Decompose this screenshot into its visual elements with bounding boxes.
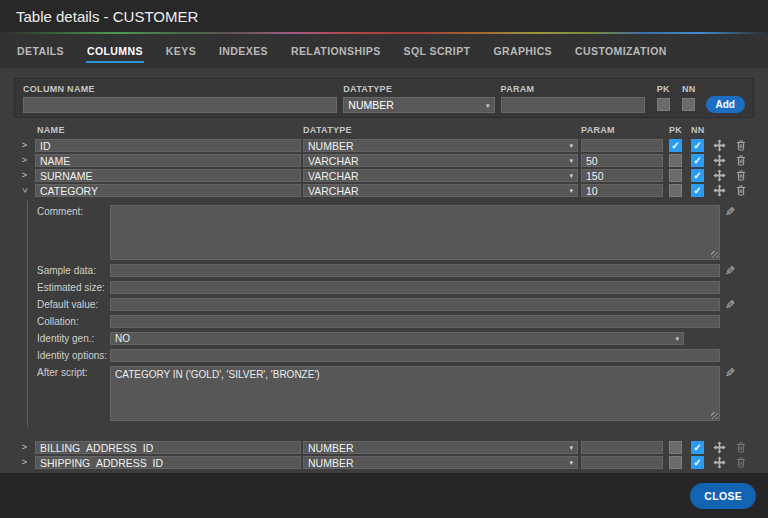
param-input[interactable] — [501, 97, 645, 113]
table-details-dialog: Table details - CUSTOMER DETAILS COLUMNS… — [0, 0, 768, 518]
column-datatype-select[interactable]: VARCHAR ▾ — [303, 169, 578, 182]
nn-checkbox[interactable] — [691, 184, 704, 197]
trash-icon[interactable] — [735, 441, 747, 454]
columns-tab-content: COLUMN NAME DATATYPE NUMBER ▾ PARAM PK N… — [0, 68, 768, 473]
column-name-field[interactable] — [35, 169, 301, 182]
pk-checkbox[interactable] — [669, 441, 682, 454]
chevron-down-icon: ▾ — [486, 102, 490, 109]
column-param-field[interactable] — [581, 169, 663, 182]
nn-checkbox[interactable] — [691, 456, 704, 469]
pk-label: PK — [657, 84, 670, 94]
datatype-label: DATATYPE — [343, 84, 494, 94]
estimated-size-input[interactable] — [110, 281, 720, 294]
chevron-right-icon[interactable]: > — [14, 458, 35, 467]
move-icon[interactable] — [713, 154, 726, 167]
column-name-field[interactable] — [35, 154, 301, 167]
column-datatype-select[interactable]: NUMBER ▾ — [303, 441, 578, 454]
move-icon[interactable] — [713, 184, 726, 197]
close-button[interactable]: CLOSE — [690, 483, 756, 509]
pk-checkbox[interactable] — [669, 169, 682, 182]
pk-checkbox[interactable] — [669, 184, 682, 197]
trash-icon[interactable] — [735, 184, 747, 197]
resize-grip-icon[interactable] — [711, 251, 718, 258]
column-param-field[interactable] — [581, 154, 663, 167]
move-icon[interactable] — [713, 441, 726, 454]
column-param-field[interactable] — [581, 139, 663, 152]
category-column-detail: Comment: ✎ Sample data: ✎ Estimated size… — [27, 201, 754, 427]
edit-pencil-icon[interactable]: ✎ — [725, 265, 735, 277]
identity-gen-select[interactable]: NO ▾ — [110, 332, 684, 345]
column-datatype-select[interactable]: NUMBER ▾ — [303, 456, 578, 469]
column-datatype-value: VARCHAR — [308, 185, 359, 197]
edit-pencil-icon[interactable]: ✎ — [725, 299, 735, 311]
collation-input[interactable] — [110, 315, 720, 328]
chevron-right-icon[interactable]: > — [14, 443, 35, 452]
nn-checkbox[interactable] — [691, 441, 704, 454]
datatype-select[interactable]: NUMBER ▾ — [343, 97, 494, 113]
chevron-right-icon[interactable]: > — [14, 156, 35, 165]
column-name-field[interactable] — [35, 441, 301, 454]
header-param: PARAM — [581, 125, 669, 135]
trash-icon[interactable] — [735, 169, 747, 182]
move-icon[interactable] — [713, 139, 726, 152]
identity-gen-label: Identity gen.: — [37, 332, 110, 344]
nn-checkbox[interactable] — [682, 98, 695, 111]
column-datatype-value: NUMBER — [308, 442, 354, 454]
pk-checkbox[interactable] — [669, 154, 682, 167]
edit-pencil-icon[interactable]: ✎ — [725, 206, 735, 218]
tab-customization[interactable]: CUSTOMIZATION — [574, 41, 668, 63]
column-param-field[interactable] — [581, 456, 663, 469]
trash-icon[interactable] — [735, 456, 747, 469]
tab-bar: DETAILS COLUMNS KEYS INDEXES RELATIONSHI… — [0, 34, 768, 68]
column-datatype-select[interactable]: NUMBER ▾ — [303, 139, 578, 152]
chevron-right-icon[interactable]: > — [14, 171, 35, 180]
nn-checkbox[interactable] — [691, 139, 704, 152]
column-row-surname: > VARCHAR ▾ — [14, 168, 754, 183]
edit-pencil-icon[interactable]: ✎ — [725, 367, 735, 379]
chevron-down-icon[interactable]: > — [20, 180, 29, 201]
column-name-field[interactable] — [35, 184, 301, 197]
comment-textarea[interactable] — [110, 205, 720, 260]
add-column-button[interactable]: Add — [706, 96, 745, 113]
tab-keys[interactable]: KEYS — [165, 41, 197, 63]
identity-options-label: Identity options: — [37, 349, 110, 361]
column-row-shipping-address-id: > NUMBER ▾ — [14, 455, 754, 470]
identity-options-input[interactable] — [110, 349, 720, 362]
column-datatype-select[interactable]: VARCHAR ▾ — [303, 154, 578, 167]
chevron-right-icon[interactable]: > — [14, 141, 35, 150]
column-name-field[interactable] — [35, 139, 301, 152]
nn-checkbox[interactable] — [691, 154, 704, 167]
param-label: PARAM — [501, 84, 645, 94]
column-param-field[interactable] — [581, 184, 663, 197]
tab-columns[interactable]: COLUMNS — [86, 41, 144, 63]
column-name-field[interactable] — [35, 456, 301, 469]
tab-indexes[interactable]: INDEXES — [218, 41, 269, 63]
sample-data-input[interactable] — [110, 264, 720, 277]
tab-graphics[interactable]: GRAPHICS — [492, 41, 553, 63]
resize-grip-icon[interactable] — [711, 412, 718, 419]
move-icon[interactable] — [713, 456, 726, 469]
pk-checkbox[interactable] — [657, 98, 670, 111]
column-param-field[interactable] — [581, 441, 663, 454]
default-value-input[interactable] — [110, 298, 720, 311]
add-column-form: COLUMN NAME DATATYPE NUMBER ▾ PARAM PK N… — [14, 78, 754, 118]
column-datatype-select[interactable]: VARCHAR ▾ — [303, 184, 578, 197]
trash-icon[interactable] — [735, 139, 747, 152]
trash-icon[interactable] — [735, 154, 747, 167]
nn-checkbox[interactable] — [691, 169, 704, 182]
pk-checkbox[interactable] — [669, 139, 682, 152]
column-name-input[interactable] — [23, 97, 337, 113]
tab-sql-script[interactable]: SQL SCRIPT — [403, 41, 472, 63]
dialog-footer: CLOSE — [0, 473, 768, 518]
column-row-category: > VARCHAR ▾ — [14, 183, 754, 198]
column-datatype-value: NUMBER — [308, 140, 354, 152]
move-icon[interactable] — [713, 169, 726, 182]
column-row-name: > VARCHAR ▾ — [14, 153, 754, 168]
comment-label: Comment: — [37, 205, 110, 217]
pk-checkbox[interactable] — [669, 456, 682, 469]
tab-details[interactable]: DETAILS — [16, 41, 65, 63]
after-script-textarea[interactable]: CATEGORY IN ('GOLD', 'SILVER', 'BRONZE') — [110, 366, 720, 421]
tab-relationships[interactable]: RELATIONSHIPS — [290, 41, 382, 63]
after-script-label: After script: — [37, 366, 110, 378]
column-row-id: > NUMBER ▾ — [14, 138, 754, 153]
